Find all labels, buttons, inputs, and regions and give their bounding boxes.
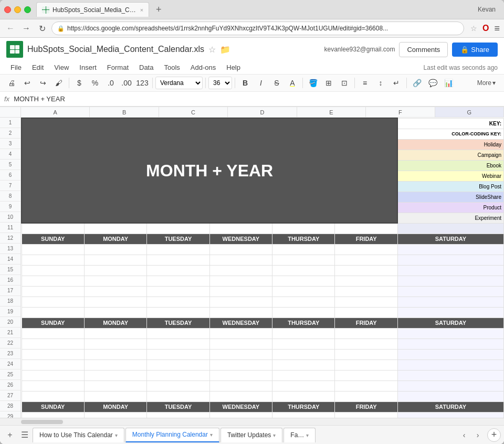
forward-button[interactable]: → bbox=[20, 22, 33, 35]
merge-cells-button[interactable]: ⊡ bbox=[337, 76, 352, 90]
browser-tab[interactable]: HubSpots_Social_Media_C… × bbox=[36, 2, 149, 17]
cell[interactable] bbox=[147, 339, 209, 349]
cell[interactable] bbox=[335, 286, 397, 297]
link-button[interactable]: 🔗 bbox=[410, 76, 424, 90]
col-header-c[interactable]: C bbox=[159, 107, 228, 117]
percent-button[interactable]: % bbox=[88, 76, 102, 90]
font-size-select[interactable]: 36 bbox=[208, 77, 232, 89]
cell[interactable] bbox=[22, 265, 84, 276]
cell[interactable] bbox=[22, 412, 84, 418]
menu-view[interactable]: View bbox=[50, 62, 73, 73]
cell[interactable] bbox=[397, 370, 503, 380]
cell[interactable] bbox=[22, 244, 84, 255]
cell[interactable] bbox=[397, 244, 503, 255]
cell[interactable] bbox=[84, 328, 146, 339]
cell[interactable] bbox=[335, 265, 397, 276]
sheet-tab-twitter[interactable]: Twitter Updates ▾ bbox=[220, 428, 282, 442]
borders-button[interactable]: ⊞ bbox=[321, 76, 336, 90]
cell[interactable] bbox=[272, 244, 335, 255]
align-type-button[interactable]: ↕ bbox=[373, 76, 388, 90]
menu-tools[interactable]: Tools bbox=[160, 62, 184, 73]
col-header-b[interactable]: B bbox=[90, 107, 159, 117]
cell[interactable] bbox=[147, 349, 209, 360]
cell[interactable] bbox=[335, 276, 397, 286]
col-header-f[interactable]: F bbox=[366, 107, 435, 117]
cell[interactable] bbox=[22, 276, 84, 286]
cell[interactable] bbox=[272, 360, 335, 370]
scroll-left-button[interactable]: ‹ bbox=[458, 429, 470, 441]
cell[interactable] bbox=[397, 412, 503, 418]
cell[interactable] bbox=[209, 244, 272, 255]
comments-button[interactable]: Comments bbox=[399, 42, 448, 57]
cell[interactable] bbox=[397, 360, 503, 370]
formula-input[interactable] bbox=[14, 95, 500, 103]
fill-color-button[interactable]: 🪣 bbox=[306, 76, 320, 90]
cell[interactable] bbox=[147, 328, 209, 339]
align-left-button[interactable]: ≡ bbox=[358, 76, 372, 90]
cell[interactable] bbox=[397, 328, 503, 339]
bold-button[interactable]: B bbox=[238, 76, 253, 90]
cell[interactable] bbox=[209, 328, 272, 339]
cell[interactable] bbox=[335, 349, 397, 360]
minimize-button[interactable] bbox=[14, 6, 21, 13]
cell[interactable] bbox=[84, 370, 146, 380]
more-button[interactable]: More ▾ bbox=[473, 78, 500, 88]
currency-button[interactable]: $ bbox=[72, 76, 87, 90]
cell[interactable] bbox=[22, 360, 84, 370]
back-button[interactable]: ← bbox=[4, 22, 17, 35]
cell[interactable] bbox=[22, 286, 84, 297]
share-button[interactable]: 🔒 Share bbox=[452, 43, 498, 57]
cell[interactable] bbox=[272, 255, 335, 265]
horizontal-scrollbar[interactable] bbox=[0, 418, 504, 425]
cell[interactable] bbox=[272, 370, 335, 380]
cell[interactable] bbox=[397, 255, 503, 265]
cell[interactable] bbox=[22, 370, 84, 380]
cell[interactable] bbox=[84, 297, 146, 307]
cell[interactable] bbox=[209, 286, 272, 297]
opera-icon[interactable]: O bbox=[482, 24, 489, 33]
tab-close-icon[interactable]: × bbox=[140, 7, 143, 13]
cell[interactable] bbox=[22, 349, 84, 360]
cell[interactable] bbox=[397, 286, 503, 297]
cell[interactable] bbox=[209, 255, 272, 265]
cell[interactable] bbox=[147, 297, 209, 307]
bookmark-icon[interactable]: ☆ bbox=[470, 24, 477, 33]
maximize-button[interactable] bbox=[24, 6, 31, 13]
cell[interactable] bbox=[209, 360, 272, 370]
cell[interactable] bbox=[397, 297, 503, 307]
cell[interactable] bbox=[147, 244, 209, 255]
cell[interactable] bbox=[397, 276, 503, 286]
cell[interactable] bbox=[147, 265, 209, 276]
new-tab-button[interactable]: + bbox=[151, 2, 166, 17]
cell[interactable] bbox=[84, 380, 146, 391]
cell[interactable] bbox=[147, 370, 209, 380]
add-sheet-button[interactable]: + bbox=[3, 428, 17, 442]
browser-menu-icon[interactable]: ≡ bbox=[494, 23, 500, 34]
close-button[interactable] bbox=[4, 6, 11, 13]
add-new-sheet-button[interactable]: + bbox=[487, 428, 501, 442]
sheet-list-button[interactable]: ☰ bbox=[18, 428, 32, 442]
cell[interactable] bbox=[272, 412, 335, 418]
print-button[interactable]: 🖨 bbox=[4, 76, 19, 90]
cell[interactable] bbox=[397, 265, 503, 276]
cell[interactable] bbox=[335, 255, 397, 265]
cell[interactable] bbox=[147, 255, 209, 265]
cell[interactable] bbox=[84, 244, 146, 255]
paint-format-button[interactable]: 🖌 bbox=[51, 76, 66, 90]
cell[interactable] bbox=[147, 412, 209, 418]
italic-button[interactable]: I bbox=[254, 76, 268, 90]
cell[interactable] bbox=[147, 276, 209, 286]
sheet-tab-how-to[interactable]: How to Use This Calendar ▾ bbox=[33, 428, 124, 442]
cell[interactable] bbox=[209, 265, 272, 276]
refresh-button[interactable]: ↻ bbox=[36, 22, 48, 35]
cell[interactable] bbox=[397, 349, 503, 360]
redo-button[interactable]: ↪ bbox=[36, 76, 50, 90]
cell[interactable] bbox=[22, 328, 84, 339]
col-header-d[interactable]: D bbox=[228, 107, 297, 117]
cell[interactable] bbox=[335, 297, 397, 307]
cell[interactable] bbox=[209, 380, 272, 391]
cell[interactable] bbox=[22, 339, 84, 349]
cell[interactable] bbox=[272, 265, 335, 276]
strikethrough-button[interactable]: S bbox=[269, 76, 284, 90]
cell[interactable] bbox=[22, 255, 84, 265]
